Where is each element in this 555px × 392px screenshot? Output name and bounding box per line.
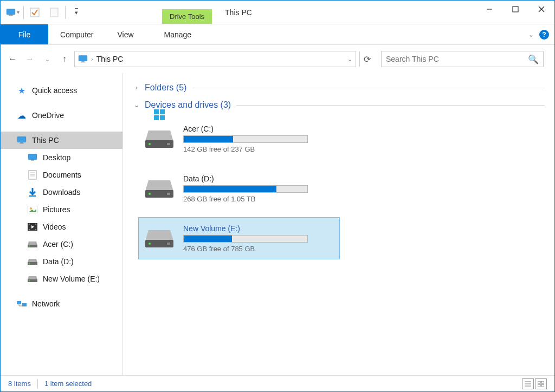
maximize-icon — [512, 6, 519, 12]
svg-point-46 — [149, 193, 151, 195]
svg-point-33 — [29, 263, 30, 264]
svg-rect-36 — [17, 301, 21, 304]
drive-icon — [28, 257, 37, 266]
divider — [236, 105, 545, 106]
tree-label: Videos — [43, 223, 66, 231]
breadcrumb-thispc[interactable]: This PC — [96, 55, 124, 63]
tree-child-downloads[interactable]: Downloads — [1, 184, 122, 201]
svg-point-35 — [29, 280, 30, 282]
qat-newfolder-button[interactable] — [44, 4, 64, 21]
address-bar[interactable]: › This PC ⌄ — [74, 51, 356, 67]
tree-quick-access[interactable]: ★ Quick access — [1, 82, 122, 99]
svg-rect-7 — [513, 6, 518, 12]
checkbox-icon — [30, 8, 40, 17]
search-input[interactable] — [386, 55, 528, 63]
svg-rect-15 — [20, 143, 24, 144]
search-box[interactable]: 🔍 — [381, 51, 544, 67]
svg-rect-57 — [541, 384, 544, 387]
drive-name: New Volume (E:) — [183, 224, 334, 233]
tree-child-data-d-[interactable]: Data (D:) — [1, 253, 122, 270]
drive-name: Acer (C:) — [183, 125, 334, 133]
svg-rect-54 — [538, 381, 540, 383]
tree-label: Quick access — [32, 86, 77, 95]
svg-rect-4 — [30, 8, 39, 17]
divider — [65, 6, 66, 19]
svg-point-49 — [149, 243, 151, 245]
tree-this-pc[interactable]: This PC — [1, 132, 122, 149]
view-large-icons-button[interactable] — [535, 378, 547, 389]
tree-child-videos[interactable]: Videos — [1, 218, 122, 236]
monitor-icon — [6, 9, 16, 16]
drive-space-bar — [183, 235, 308, 243]
svg-rect-55 — [541, 381, 544, 383]
help-button[interactable]: ? — [539, 30, 549, 40]
refresh-button[interactable]: ⟳ — [359, 51, 375, 67]
ribbon-tab-computer[interactable]: Computer — [48, 24, 105, 44]
group-folders[interactable]: › Folders (5) — [133, 83, 545, 93]
monitor-icon — [78, 55, 88, 63]
svg-rect-10 — [79, 56, 87, 61]
maximize-button[interactable] — [502, 1, 528, 18]
minimize-button[interactable] — [476, 1, 502, 18]
desktop-icon — [28, 153, 37, 162]
tree-label: Data (D:) — [43, 257, 74, 266]
tree-child-desktop[interactable]: Desktop — [1, 149, 122, 166]
cloud-icon: ☁ — [17, 110, 27, 120]
download-icon — [28, 187, 37, 197]
svg-rect-44 — [160, 115, 165, 120]
drive-icon — [28, 274, 37, 284]
svg-point-31 — [29, 246, 30, 247]
tree-child-acer-c-[interactable]: Acer (C:) — [1, 236, 122, 253]
drive-icon — [144, 226, 175, 250]
forward-button[interactable]: → — [23, 53, 36, 66]
tree-label: Desktop — [43, 153, 70, 162]
group-count: 3 — [223, 100, 228, 109]
close-button[interactable] — [528, 1, 554, 18]
tree-onedrive[interactable]: ☁ OneDrive — [1, 107, 122, 124]
video-icon — [28, 222, 37, 232]
chevron-down-icon[interactable]: ⌄ — [347, 56, 352, 63]
drive-space-bar — [183, 135, 308, 143]
content-pane: › Folders (5) ⌄ Devices and drives (3) A… — [123, 73, 554, 375]
up-button[interactable]: ↑ — [58, 53, 71, 66]
list-icon — [525, 381, 531, 387]
tree-child-documents[interactable]: Documents — [1, 166, 122, 184]
drive-item[interactable]: Data (D:)268 GB free of 1.05 TB — [138, 167, 340, 210]
tree-network[interactable]: Network — [1, 295, 122, 312]
quick-access-toolbar: ▾ ▾ — [1, 1, 88, 24]
tree-label: New Volume (E:) — [43, 275, 100, 283]
svg-rect-18 — [29, 171, 36, 179]
file-tab[interactable]: File — [1, 24, 48, 44]
svg-rect-29 — [35, 229, 36, 230]
ribbon-tab-view[interactable]: View — [105, 24, 145, 44]
tree-label: Network — [32, 299, 60, 308]
expand-ribbon-button[interactable]: ⌄ — [528, 31, 534, 38]
chevron-right-icon: › — [91, 56, 93, 62]
svg-rect-13 — [17, 137, 25, 142]
svg-rect-50 — [167, 243, 170, 245]
tree-label: Downloads — [43, 188, 80, 197]
view-details-button[interactable] — [522, 378, 534, 389]
divider — [192, 88, 545, 88]
ribbon-tab-manage[interactable]: Manage — [152, 24, 204, 44]
drive-free-text: 142 GB free of 237 GB — [183, 145, 334, 153]
drive-item[interactable]: Acer (C:)142 GB free of 237 GB — [138, 117, 340, 160]
svg-rect-16 — [28, 154, 36, 160]
drive-free-text: 476 GB free of 785 GB — [183, 245, 334, 253]
svg-rect-5 — [50, 8, 58, 17]
back-button[interactable]: ← — [6, 53, 19, 66]
tree-label: Acer (C:) — [43, 240, 73, 249]
svg-rect-26 — [29, 224, 30, 225]
group-drives[interactable]: ⌄ Devices and drives (3) — [133, 100, 545, 110]
drive-item[interactable]: New Volume (E:)476 GB free of 785 GB — [138, 217, 340, 259]
drive-icon — [144, 177, 175, 200]
qat-customize-button[interactable]: ▾ — [67, 4, 86, 21]
tree-child-pictures[interactable]: Pictures — [1, 201, 122, 218]
qat-properties-button[interactable] — [25, 4, 44, 21]
app-icon[interactable]: ▾ — [3, 4, 22, 21]
recent-locations-button[interactable]: ⌄ — [41, 53, 54, 66]
chevron-down-icon: ▾ — [75, 8, 78, 16]
svg-rect-27 — [29, 229, 30, 230]
minimize-icon — [486, 6, 493, 12]
tree-child-new-volume-e-[interactable]: New Volume (E:) — [1, 270, 122, 288]
